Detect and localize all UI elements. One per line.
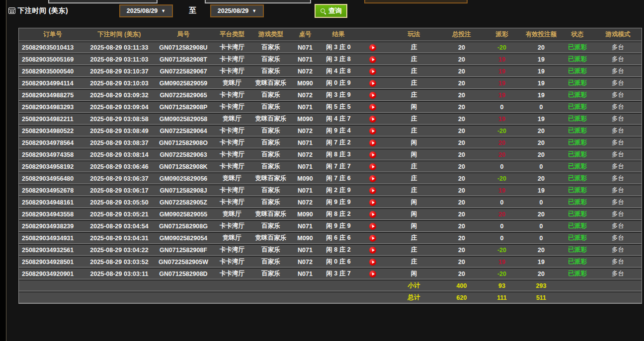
cell-valid-bet: 20 — [522, 172, 561, 184]
replay-play-icon[interactable] — [369, 56, 376, 63]
cell-round-id: GN0712582908K — [152, 160, 215, 172]
replay-play-icon[interactable] — [369, 139, 376, 146]
replay-play-icon[interactable] — [369, 199, 376, 206]
cell-round-id: GM09025829058 — [152, 113, 215, 125]
table-row: 250829034974358 2025-08-29 03:08:14 GN07… — [19, 148, 642, 160]
play-triangle — [372, 273, 375, 275]
cell-payout: 0 — [482, 232, 522, 244]
cell-status: 已派彩 — [561, 77, 594, 89]
replay-play-icon[interactable] — [369, 128, 376, 135]
replay-play-icon[interactable] — [369, 271, 376, 277]
cell-valid-bet: 20 — [522, 208, 561, 220]
cell-replay — [359, 148, 387, 160]
play-triangle — [372, 261, 375, 264]
column-header: 派彩 — [482, 28, 522, 41]
cell-platform-type: 卡卡湾厅 — [215, 53, 249, 65]
cell-payout: 0 — [482, 101, 522, 113]
cell-bet-time: 2025-08-29 03:05:50 — [86, 196, 152, 208]
replay-play-icon[interactable] — [369, 151, 376, 158]
cell-replay — [359, 196, 387, 208]
cell-game-type: 竞咪百家乐 — [249, 208, 292, 220]
bet-time-label: 下注时间 (美东) — [17, 6, 68, 14]
cell-order-id: 250829035005169 — [19, 53, 86, 65]
cell-game-type: 百家乐 — [249, 184, 292, 196]
left-panel-edge — [0, 0, 6, 341]
cell-status: 已派彩 — [561, 41, 594, 53]
total-total-bet: 620 — [441, 291, 482, 303]
play-triangle — [372, 106, 375, 109]
replay-play-icon[interactable] — [369, 235, 376, 242]
replay-play-icon[interactable] — [369, 187, 376, 194]
cell-round-id: GN07225829064 — [152, 125, 215, 136]
table-footer: 小计 400 93 293 总计 620 111 511 — [19, 279, 642, 303]
cell-game-mode: 多台 — [594, 232, 642, 244]
cell-game-type: 百家乐 — [249, 244, 292, 256]
cell-play-type: 庄 — [387, 256, 441, 268]
table-row: 250829035000540 2025-08-29 03:10:37 GN07… — [19, 65, 642, 77]
cell-replay — [359, 65, 387, 77]
cell-game-type: 百家乐 — [249, 148, 292, 160]
replay-play-icon[interactable] — [369, 104, 376, 111]
replay-play-icon[interactable] — [369, 44, 376, 51]
cell-table-no: M090 — [292, 208, 318, 220]
total-row: 总计 620 111 511 — [19, 291, 642, 303]
cell-total-bet: 20 — [441, 220, 482, 232]
cell-table-no: N072 — [292, 65, 318, 77]
cell-replay — [359, 184, 387, 196]
replay-play-icon[interactable] — [369, 92, 376, 99]
table-row: 250829034994114 2025-08-29 03:10:03 GM09… — [19, 77, 642, 89]
bet-time-label-wrap: 下注时间 (美东) — [8, 6, 68, 15]
calendar-icon — [8, 7, 15, 14]
cell-result: 闲 4 庄 7 — [318, 113, 359, 125]
cell-table-no: N072 — [292, 125, 318, 136]
cell-replay — [359, 41, 387, 53]
cell-round-id: GN0712582908J — [152, 184, 215, 196]
subtotal-payout: 93 — [482, 279, 522, 291]
cell-valid-bet: 19 — [522, 113, 561, 125]
cell-payout: 0 — [482, 196, 522, 208]
cell-round-id: GN0712582908F — [152, 244, 215, 256]
cell-total-bet: 20 — [441, 41, 482, 53]
cell-game-type: 百家乐 — [249, 136, 292, 148]
column-header: 结果 — [318, 28, 359, 41]
table-row: 250829034958192 2025-08-29 03:06:46 GN07… — [19, 160, 642, 172]
cell-platform-type: 竞咪厅 — [215, 172, 249, 184]
cell-valid-bet: 20 — [522, 125, 561, 136]
cell-payout: 19 — [482, 113, 522, 125]
cell-payout: 19 — [482, 53, 522, 65]
cell-play-type: 闲 — [387, 220, 441, 232]
column-header: 游戏类型 — [249, 28, 292, 41]
cell-table-no: M090 — [292, 77, 318, 89]
date-from-select[interactable]: 2025/08/29 ▼ — [119, 4, 173, 17]
cell-order-id: 250829034978564 — [19, 136, 86, 148]
cell-total-bet: 20 — [441, 77, 482, 89]
cell-total-bet: 20 — [441, 53, 482, 65]
replay-play-icon[interactable] — [369, 247, 376, 254]
cell-game-mode: 多台 — [594, 148, 642, 160]
cell-table-no: N071 — [292, 220, 318, 232]
replay-play-icon[interactable] — [369, 80, 376, 87]
replay-play-icon[interactable] — [369, 175, 376, 182]
replay-play-icon[interactable] — [369, 223, 376, 230]
cell-bet-time: 2025-08-29 03:11:33 — [86, 41, 152, 53]
total-empty-mode — [594, 291, 642, 303]
replay-play-icon[interactable] — [369, 116, 376, 123]
cell-order-id: 250829034920901 — [19, 268, 86, 279]
replay-play-icon[interactable] — [369, 259, 376, 266]
cell-round-id: GM09025829056 — [152, 172, 215, 184]
query-button[interactable]: 查询 — [315, 4, 347, 18]
date-to-select[interactable]: 2025/08/29 ▼ — [210, 4, 264, 17]
cell-platform-type: 竞咪厅 — [215, 208, 249, 220]
replay-play-icon[interactable] — [369, 211, 376, 218]
cell-total-bet: 20 — [441, 268, 482, 279]
cell-replay — [359, 53, 387, 65]
replay-play-icon[interactable] — [369, 163, 376, 170]
cell-payout: -20 — [482, 268, 522, 279]
subtotal-spacer — [19, 279, 387, 291]
cell-total-bet: 20 — [441, 244, 482, 256]
total-spacer — [19, 291, 387, 303]
cell-table-no: N071 — [292, 136, 318, 148]
replay-play-icon[interactable] — [369, 68, 376, 75]
cell-valid-bet: 0 — [522, 196, 561, 208]
cell-replay — [359, 208, 387, 220]
